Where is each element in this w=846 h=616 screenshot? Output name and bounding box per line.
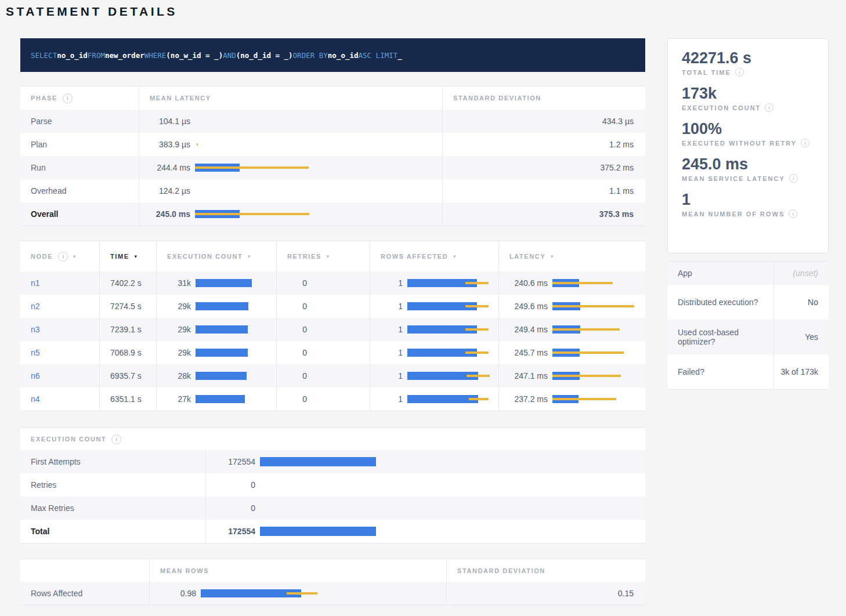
node-rows-affected: 1 xyxy=(370,348,407,357)
sql-keyword: WHERE xyxy=(144,51,167,60)
phase-header-label: PHASE xyxy=(31,95,57,102)
exec-row-first-attempts: First Attempts 172554 xyxy=(20,450,645,473)
mean-latency-value: 245.0 ms xyxy=(139,209,195,219)
node-time: 6351.1 s xyxy=(100,387,157,411)
std-dev-value: 1.1 ms xyxy=(443,179,645,202)
exec-row-value: 172554 xyxy=(206,457,260,466)
node-link[interactable]: n3 xyxy=(31,325,40,334)
latency-bar-viz xyxy=(195,139,442,150)
node-link[interactable]: n2 xyxy=(31,302,40,311)
latency-bar-viz xyxy=(552,301,645,311)
rows-std-dev-value: 0.15 xyxy=(447,582,645,605)
phase-row-plan: Plan 383.9 µs 1.2 ms xyxy=(20,133,645,156)
stat-label: EXECUTED WITHOUT RETRY xyxy=(682,140,797,147)
rows-bar-viz xyxy=(407,278,498,288)
sort-desc-icon[interactable]: ▼ xyxy=(72,254,77,259)
node-retries: 0 xyxy=(277,371,312,381)
sort-desc-icon[interactable]: ▼ xyxy=(247,254,251,259)
node-link[interactable]: n5 xyxy=(31,348,40,357)
rows-affected-table: MEAN ROWS STANDARD DEVIATION Rows Affect… xyxy=(20,559,645,606)
sort-desc-icon[interactable]: ▼ xyxy=(133,254,138,259)
sort-desc-icon[interactable]: ▼ xyxy=(326,254,330,259)
mean-latency-value: 244.4 ms xyxy=(139,163,195,172)
stat-value: 173k xyxy=(682,84,828,103)
info-icon[interactable]: i xyxy=(789,209,797,218)
summary-stats-card: 42271.6 s TOTAL TIMEi 173k EXECUTION COU… xyxy=(667,38,829,253)
mean-rows-header-label: MEAN ROWS xyxy=(160,567,209,574)
node-exec-count: 28k xyxy=(157,371,196,381)
statement-details-page: STATEMENT DETAILS SELECT no_o_id FROM ne… xyxy=(0,0,846,616)
exec-row-value: 172554 xyxy=(206,527,260,536)
latency-header-cell[interactable]: LATENCY▼ xyxy=(499,241,645,271)
stat-mean-number-of-rows: 1 MEAN NUMBER OF ROWSi xyxy=(682,190,828,218)
exec-row-label: Total xyxy=(20,520,206,543)
execution-count-header-label: EXECUTION COUNT xyxy=(31,436,106,443)
phase-name: Overhead xyxy=(20,179,139,202)
stat-value: 1 xyxy=(682,190,828,209)
sql-identifier: (no_w_id = _) xyxy=(166,51,223,60)
node-rows-affected: 1 xyxy=(370,371,407,381)
info-icon[interactable]: i xyxy=(765,103,773,112)
count-bar-viz xyxy=(260,456,645,467)
phase-name: Plan xyxy=(20,133,139,156)
node-link[interactable]: n4 xyxy=(31,394,40,404)
attribute-label: App xyxy=(667,262,773,285)
exec-row-max-retries: Max Retries 0 xyxy=(20,497,645,520)
node-stats-table: NODEi▼ TIME▼ EXECUTION COUNT▼ RETRIES▼ R… xyxy=(20,241,645,411)
rows-affected-header-cell[interactable]: ROWS AFFECTED▼ xyxy=(370,241,499,271)
stat-label: TOTAL TIME xyxy=(682,69,731,76)
stddev-line xyxy=(465,328,489,331)
node-exec-count: 29k xyxy=(157,348,196,357)
node-rows-affected: 1 xyxy=(370,278,407,288)
node-link[interactable]: n6 xyxy=(31,371,40,381)
stat-mean-service-latency: 245.0 ms MEAN SERVICE LATENCYi xyxy=(682,155,828,183)
node-rows-affected: 1 xyxy=(370,394,407,404)
node-rows-affected: 1 xyxy=(370,302,407,311)
count-bar-viz xyxy=(260,503,645,513)
mean-rows-value: 0.98 xyxy=(150,589,201,598)
latency-bar-viz xyxy=(552,278,645,288)
sort-desc-icon[interactable]: ▼ xyxy=(549,254,554,259)
info-icon[interactable]: i xyxy=(58,252,68,262)
sort-desc-icon[interactable]: ▼ xyxy=(452,254,457,259)
stat-label: MEAN SERVICE LATENCY xyxy=(682,175,785,182)
node-time: 7239.1 s xyxy=(100,318,157,341)
node-row: n3 7239.1 s 29k 0 1 249.4 ms xyxy=(20,318,645,341)
attribute-row-cost-based-optimizer: Used cost-based optimizer? Yes xyxy=(667,320,829,354)
stat-label: MEAN NUMBER OF ROWS xyxy=(682,211,784,218)
stat-executed-without-retry: 100% EXECUTED WITHOUT RETRYi xyxy=(682,119,828,147)
mean-latency-value: 383.9 µs xyxy=(139,140,195,149)
attribute-label: Distributed execution? xyxy=(667,285,773,320)
info-icon[interactable]: i xyxy=(63,93,73,103)
retries-header-cell[interactable]: RETRIES▼ xyxy=(277,241,370,271)
info-icon[interactable]: i xyxy=(801,139,809,147)
node-retries: 0 xyxy=(277,302,312,311)
exec-count-header-cell[interactable]: EXECUTION COUNT▼ xyxy=(157,241,277,271)
info-icon[interactable]: i xyxy=(735,68,744,77)
exec-row-value: 0 xyxy=(206,503,260,513)
node-latency: 249.4 ms xyxy=(499,325,552,334)
exec-count-header-label: EXECUTION COUNT xyxy=(167,253,243,260)
attribute-value: (unset) xyxy=(773,262,829,285)
info-icon[interactable]: i xyxy=(789,174,798,183)
mean-latency-header-label: MEAN LATENCY xyxy=(150,95,211,102)
info-icon[interactable]: i xyxy=(111,434,121,444)
execution-count-header: EXECUTION COUNT i xyxy=(20,428,645,450)
stddev-line xyxy=(552,375,621,377)
phase-row-overall: Overall 245.0 ms 375.3 ms xyxy=(20,202,645,226)
node-latency: 237.2 ms xyxy=(499,394,552,404)
stat-label: EXECUTION COUNT xyxy=(682,104,761,111)
rows-bar-viz xyxy=(407,347,498,358)
rows-bar-viz xyxy=(407,324,498,335)
count-bar-viz xyxy=(260,480,645,490)
node-row: n5 7068.9 s 29k 0 1 245.7 ms xyxy=(20,341,645,364)
node-link[interactable]: n1 xyxy=(31,278,40,288)
rows-bar-viz xyxy=(407,394,498,404)
sql-identifier: no_o_id xyxy=(57,51,88,60)
mean-bar xyxy=(407,395,478,403)
sql-keyword: AND xyxy=(223,51,236,60)
time-header-cell[interactable]: TIME▼ xyxy=(100,241,157,271)
exec-row-value: 0 xyxy=(206,480,260,490)
node-header-cell[interactable]: NODEi▼ xyxy=(20,241,100,271)
node-rows-affected: 1 xyxy=(370,325,407,334)
